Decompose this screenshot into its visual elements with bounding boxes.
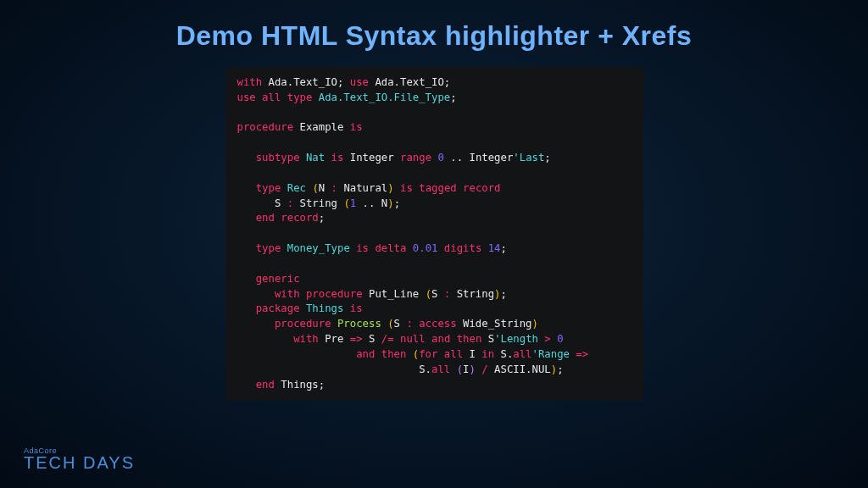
indent xyxy=(237,242,256,254)
num: 0.01 xyxy=(413,242,444,254)
punct: ; xyxy=(444,76,450,88)
id: Pre xyxy=(319,333,350,345)
proc-name: Process xyxy=(331,318,388,330)
kw-procedure: procedure xyxy=(275,318,331,330)
type-name: Ada.Text_IO.File_Type xyxy=(312,92,450,103)
slide-title: Demo HTML Syntax highlighter + Xrefs xyxy=(0,0,868,52)
kw-is: is xyxy=(350,121,363,133)
kw-andthen: and then xyxy=(356,348,413,360)
kw-all: all xyxy=(431,363,457,375)
op: /= xyxy=(381,333,400,345)
type-name: Rec xyxy=(281,182,312,194)
indent xyxy=(237,273,256,285)
id: Things xyxy=(275,379,319,391)
kw-with: with xyxy=(293,333,319,345)
op: => xyxy=(570,348,588,360)
indent xyxy=(237,197,275,209)
code-block: with Ada.Text_IO; use Ada.Text_IO; use a… xyxy=(225,67,643,401)
kw-with: with xyxy=(237,76,263,88)
id: Example xyxy=(293,121,350,133)
indent xyxy=(237,182,256,194)
kw-andthen: and then xyxy=(431,333,488,345)
paren: ( xyxy=(312,182,318,194)
kw-subtype: subtype xyxy=(256,152,300,164)
kw-useall: use all type xyxy=(237,92,313,103)
kw-is: is xyxy=(394,182,420,194)
punct: ; xyxy=(557,363,563,375)
op: > xyxy=(538,333,557,345)
id: Integer xyxy=(343,152,400,164)
paren: ( xyxy=(387,318,393,330)
op: .. xyxy=(363,197,381,209)
kw-use: use xyxy=(350,76,369,88)
kw-generic: generic xyxy=(256,273,300,285)
op: / xyxy=(476,363,488,375)
num: 0 xyxy=(431,152,450,164)
indent xyxy=(237,333,294,345)
indent xyxy=(237,363,420,375)
op: : xyxy=(331,182,344,194)
kw-package: package xyxy=(256,302,300,314)
id: Integer xyxy=(470,152,514,164)
id: Wide_String xyxy=(457,318,532,330)
indent xyxy=(237,212,256,224)
id: Ada.Text_IO xyxy=(369,76,444,88)
paren: ) xyxy=(387,182,393,194)
id: Put_Line xyxy=(363,288,426,300)
paren: ( xyxy=(426,288,431,300)
indent xyxy=(237,348,357,360)
kw-is: is xyxy=(356,242,369,254)
num: 0 xyxy=(557,333,563,345)
punct: ; xyxy=(500,288,506,300)
id: S xyxy=(369,333,381,345)
kw-delta: delta xyxy=(369,242,413,254)
punct: ; xyxy=(544,152,550,164)
paren: ) xyxy=(469,363,475,375)
kw-type: type xyxy=(256,242,281,254)
id: S. xyxy=(494,348,513,360)
indent xyxy=(237,152,256,164)
id: S. xyxy=(419,363,431,375)
paren: ( xyxy=(343,197,349,209)
id: ASCII.NUL xyxy=(488,363,551,375)
op: : xyxy=(287,197,300,209)
punct: ; xyxy=(394,197,400,209)
op: : xyxy=(444,288,457,300)
paren: ) xyxy=(387,197,393,209)
id: S xyxy=(275,197,287,209)
kw-end: end xyxy=(256,379,275,391)
op: .. xyxy=(450,152,469,164)
footer-brand: AdaCore TECH DAYS xyxy=(24,446,135,473)
kw-all: all xyxy=(513,348,531,360)
kw-is: is xyxy=(350,302,363,314)
punct: ; xyxy=(501,242,507,254)
type-name: Money_Type xyxy=(281,242,356,254)
attr: 'Last xyxy=(513,152,544,164)
kw-range: range xyxy=(400,152,431,164)
punct: ; xyxy=(337,76,350,88)
type-name: Things xyxy=(300,302,350,314)
id: String xyxy=(457,288,494,300)
kw-withproc: with procedure xyxy=(275,288,363,300)
id: S xyxy=(394,318,407,330)
kw-in: in xyxy=(481,348,494,360)
id: S xyxy=(431,288,444,300)
op: => xyxy=(350,333,369,345)
id: Natural xyxy=(343,182,387,194)
indent xyxy=(237,379,256,391)
paren: ) xyxy=(532,318,538,330)
kw-access: access xyxy=(419,318,456,330)
paren: ) xyxy=(551,363,557,375)
id: Ada.Text_IO xyxy=(262,76,337,88)
kw-type: type xyxy=(256,182,281,194)
paren: ( xyxy=(457,363,463,375)
attr: 'Length xyxy=(494,333,538,345)
indent xyxy=(237,302,256,314)
kw-procedure: procedure xyxy=(237,121,294,133)
kw-null: null xyxy=(400,333,431,345)
punct: ; xyxy=(319,212,325,224)
num: 1 xyxy=(350,197,363,209)
kw-tagged: tagged record xyxy=(419,182,500,194)
type-name: Nat xyxy=(300,152,331,164)
id: String xyxy=(300,197,344,209)
